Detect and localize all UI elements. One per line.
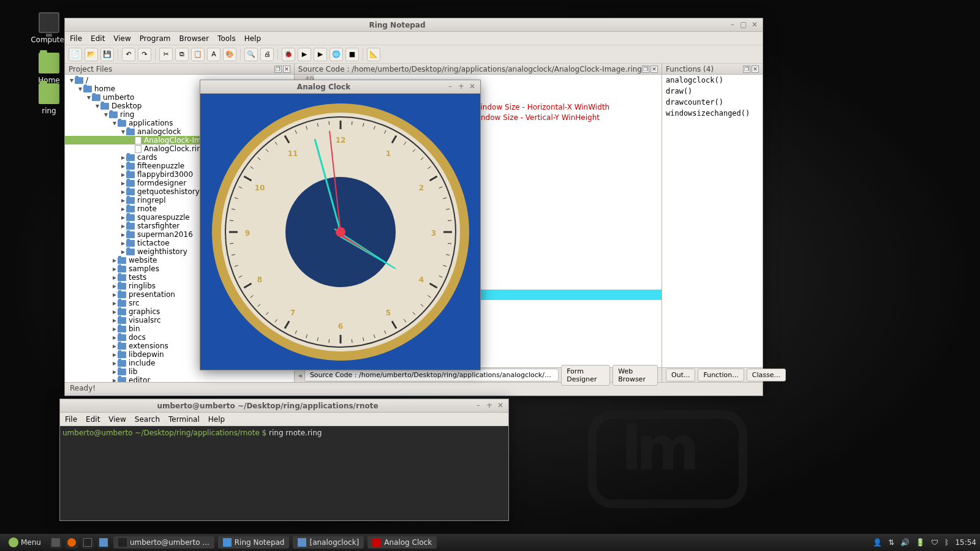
svg-line-75 [328, 121, 329, 124]
maximize-button[interactable]: ▢ [739, 21, 748, 29]
color-icon[interactable]: 🎨 [223, 48, 236, 61]
close-button[interactable]: ✕ [750, 21, 759, 29]
menu-browser[interactable]: Browser [179, 34, 209, 43]
svg-text:9: 9 [244, 228, 249, 237]
menu-terminal[interactable]: Terminal [168, 415, 200, 424]
svg-text:5: 5 [385, 308, 390, 317]
close-icon[interactable]: ✕ [283, 66, 290, 73]
taskbar: Menu umberto@umberto ... Ring Notepad [a… [0, 534, 980, 551]
show-desktop-button[interactable] [50, 536, 62, 549]
taskbar-item-terminal[interactable]: umberto@umberto ... [113, 536, 214, 549]
folder-icon [99, 538, 108, 547]
menu-file[interactable]: File [65, 415, 77, 424]
undock-icon[interactable]: ❐ [274, 66, 282, 73]
form-designer-button[interactable]: 📐 [367, 48, 380, 61]
network-icon[interactable]: ⇅ [888, 538, 894, 547]
clock[interactable]: 15:54 [955, 538, 976, 547]
minimize-button[interactable]: – [728, 21, 737, 29]
desktop-icon-label: ring [31, 107, 67, 115]
tab-source[interactable]: Source Code : /home/umberto/Desktop/ring… [304, 369, 559, 381]
tree-item[interactable]: ▸editor [65, 376, 294, 382]
close-button[interactable]: ✕ [496, 402, 505, 410]
menu-program[interactable]: Program [140, 34, 171, 43]
folder-icon [39, 53, 59, 73]
titlebar[interactable]: umberto@umberto ~/Desktop/ring/applicati… [60, 399, 508, 413]
desktop-icon-computer[interactable]: Computer [31, 12, 67, 44]
tab-form-designer[interactable]: Form Designer [561, 365, 610, 386]
firefox-launcher[interactable] [66, 536, 78, 549]
menu-edit[interactable]: Edit [91, 34, 105, 43]
taskbar-item-ring-notepad[interactable]: Ring Notepad [218, 536, 290, 549]
minimize-button[interactable]: – [474, 402, 483, 410]
maximize-button[interactable]: + [457, 83, 466, 91]
undock-icon[interactable]: ❐ [642, 66, 649, 73]
status-text: Ready! [70, 384, 96, 392]
svg-line-45 [352, 339, 352, 343]
shield-icon[interactable]: 🛡 [931, 538, 938, 547]
function-item[interactable]: drawcounter() [662, 97, 763, 108]
close-button[interactable]: ✕ [468, 83, 477, 91]
taskbar-item-analog-clock[interactable]: Analog Clock [368, 536, 437, 549]
copy-button[interactable]: ⧉ [175, 48, 189, 61]
menu-help[interactable]: Help [208, 415, 225, 424]
menu-view[interactable]: View [113, 34, 130, 43]
menu-edit[interactable]: Edit [86, 415, 100, 424]
cut-button[interactable]: ✂ [159, 48, 173, 61]
function-item[interactable]: analogclock() [662, 75, 763, 86]
open-file-button[interactable]: 📂 [85, 48, 98, 61]
menu-search[interactable]: Search [135, 415, 160, 424]
user-icon[interactable]: 👤 [873, 538, 882, 547]
files-launcher[interactable] [97, 536, 110, 549]
start-menu-button[interactable]: Menu [4, 536, 46, 549]
terminal-launcher[interactable] [81, 536, 94, 549]
close-icon[interactable]: ✕ [650, 66, 658, 73]
browser-button[interactable]: 🌐 [330, 48, 343, 61]
titlebar[interactable]: Ring Notepad – ▢ ✕ [65, 18, 763, 32]
menu-tools[interactable]: Tools [217, 34, 236, 43]
minimize-button[interactable]: – [446, 83, 454, 91]
menu-view[interactable]: View [108, 415, 126, 424]
close-icon[interactable]: ✕ [752, 66, 759, 73]
find-button[interactable]: 🔍 [244, 48, 258, 61]
menubar: File Edit View Program Browser Tools Hel… [65, 32, 763, 45]
app-icon [223, 538, 232, 547]
taskbar-item-analogclock-folder[interactable]: [analogclock] [293, 536, 364, 549]
menu-file[interactable]: File [70, 34, 82, 43]
svg-text:12: 12 [335, 135, 345, 144]
terminal-body[interactable]: umberto@umberto ~/Desktop/ring/applicati… [60, 426, 508, 520]
undock-icon[interactable]: ❐ [743, 66, 750, 73]
new-file-button[interactable]: 📄 [69, 48, 82, 61]
paste-button[interactable]: 📋 [191, 48, 205, 61]
volume-icon[interactable]: 🔊 [900, 538, 910, 547]
svg-text:4: 4 [418, 275, 423, 283]
function-item[interactable]: draw() [662, 86, 763, 97]
battery-icon[interactable]: 🔋 [916, 538, 925, 547]
save-button[interactable]: 💾 [100, 48, 114, 61]
redo-button[interactable]: ↷ [138, 48, 151, 61]
terminal-icon [83, 538, 92, 547]
font-button[interactable]: A [207, 48, 221, 61]
functions-list[interactable]: analogclock()draw()drawcounter()windowsi… [662, 75, 763, 367]
titlebar[interactable]: Analog Clock – + ✕ [200, 80, 480, 94]
stop-button[interactable]: ■ [345, 48, 359, 61]
bluetooth-icon[interactable]: ᛒ [944, 538, 949, 547]
svg-text:6: 6 [337, 321, 342, 330]
tab-web-browser[interactable]: Web Browser [612, 365, 658, 386]
tab-classes[interactable]: Classe... [747, 369, 786, 381]
toolbar: 📄 📂 💾 ↶ ↷ ✂ ⧉ 📋 A 🎨 🔍 🖨 🐞 ▶ ▶ 🌐 ■ 📐 [65, 45, 763, 64]
desktop-icon-home[interactable]: Home [31, 53, 67, 84]
undo-button[interactable]: ↶ [122, 48, 135, 61]
menu-help[interactable]: Help [244, 34, 261, 43]
tab-functions[interactable]: Function... [698, 369, 744, 381]
run-gui-button[interactable]: ▶ [314, 48, 327, 61]
desktop-icon-ring[interactable]: ring [31, 83, 67, 115]
firefox-icon [67, 538, 76, 547]
svg-line-62 [229, 220, 233, 220]
scroll-left-icon[interactable]: ◂ [298, 371, 302, 380]
debug-button[interactable]: 🐞 [282, 48, 295, 61]
maximize-button[interactable]: + [485, 402, 494, 410]
run-button[interactable]: ▶ [298, 48, 311, 61]
function-item[interactable]: windowsizechanged() [662, 108, 763, 119]
tab-output[interactable]: Out... [666, 369, 695, 381]
print-button[interactable]: 🖨 [260, 48, 274, 61]
